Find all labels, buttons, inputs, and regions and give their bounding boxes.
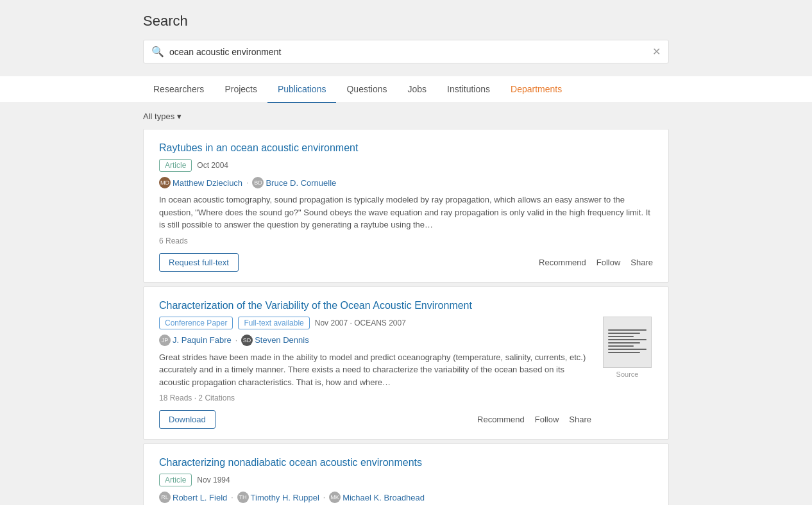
abstract-text: Great strides have been made in the abil… xyxy=(159,351,591,389)
author-link[interactable]: Steven Dennis xyxy=(255,335,309,345)
result-stats: 18 Reads · 2 Citations xyxy=(159,393,591,402)
tab-jobs[interactable]: Jobs xyxy=(398,76,437,103)
action-share[interactable]: Share xyxy=(569,415,591,424)
result-thumbnail: Source xyxy=(602,317,653,429)
card-main: ArticleOct 2004 MD Matthew Dzieciuch · B… xyxy=(159,159,653,272)
author-link[interactable]: Bruce D. Cornuelle xyxy=(266,178,336,188)
search-icon: 🔍 xyxy=(151,46,164,58)
author-separator: · xyxy=(246,178,248,187)
author-item: MD Matthew Dzieciuch xyxy=(159,177,242,188)
result-date: Nov 1994 xyxy=(197,476,230,484)
result-date: Oct 2004 xyxy=(197,161,228,170)
action-share[interactable]: Share xyxy=(630,258,653,267)
author-link[interactable]: Robert L. Field xyxy=(173,493,227,502)
author-avatar: MD xyxy=(159,177,171,188)
author-link[interactable]: Timothy H. Ruppel xyxy=(251,493,319,502)
result-title[interactable]: Raytubes in an ocean acoustic environmen… xyxy=(159,142,358,154)
search-bar: 🔍 ✕ xyxy=(143,40,669,63)
tabs-nav: ResearchersProjectsPublicationsQuestions… xyxy=(0,76,812,103)
authors-row: RL Robert L. Field · TH Timothy H. Ruppe… xyxy=(159,492,653,503)
author-separator: · xyxy=(323,493,325,502)
actions-row: Request full-text RecommendFollowShare xyxy=(159,253,653,272)
actions-row: Download RecommendFollowShare xyxy=(159,410,591,429)
author-avatar: BD xyxy=(252,177,264,188)
author-link[interactable]: Michael K. Broadhead xyxy=(343,493,425,502)
search-bar-wrapper: 🔍 ✕ xyxy=(143,40,669,63)
action-links: RecommendFollowShare xyxy=(539,258,653,267)
author-avatar: TH xyxy=(237,492,249,503)
author-avatar: RL xyxy=(159,492,171,503)
author-item: RL Robert L. Field xyxy=(159,492,227,503)
badges-row: ArticleOct 2004 xyxy=(159,159,653,172)
card-main: Conference PaperFull-text availableNov 2… xyxy=(159,317,591,429)
action-recommend[interactable]: Recommend xyxy=(539,258,586,267)
filter-row: All types ▾ xyxy=(130,103,682,129)
author-separator: · xyxy=(235,336,237,345)
primary-action-button[interactable]: Download xyxy=(159,410,216,429)
page-title: Search xyxy=(143,13,669,29)
author-item: JP J. Paquin Fabre xyxy=(159,335,232,346)
tab-institutions[interactable]: Institutions xyxy=(437,76,500,103)
author-avatar: SD xyxy=(241,335,253,346)
author-item: SD Steven Dennis xyxy=(241,335,309,346)
clear-search-icon[interactable]: ✕ xyxy=(652,46,661,58)
card-content: Conference PaperFull-text availableNov 2… xyxy=(159,317,653,429)
card-content: ArticleOct 2004 MD Matthew Dzieciuch · B… xyxy=(159,159,653,272)
author-item: BD Bruce D. Cornuelle xyxy=(252,177,336,188)
result-date: Nov 2007 · OCEANS 2007 xyxy=(315,319,406,327)
abstract-text: In ocean acoustic tomography, sound prop… xyxy=(159,194,653,231)
result-title[interactable]: Characterizing nonadiabatic ocean acoust… xyxy=(159,457,422,468)
action-follow[interactable]: Follow xyxy=(535,415,559,424)
tab-questions[interactable]: Questions xyxy=(336,76,397,103)
author-separator: · xyxy=(231,493,233,502)
card-main: ArticleNov 1994 RL Robert L. Field · TH … xyxy=(159,474,653,505)
tab-projects[interactable]: Projects xyxy=(214,76,267,103)
result-stats: 6 Reads xyxy=(159,236,653,245)
result-card: Raytubes in an ocean acoustic environmen… xyxy=(143,129,669,283)
tab-publications[interactable]: Publications xyxy=(267,76,337,103)
badges-row: Conference PaperFull-text availableNov 2… xyxy=(159,317,591,329)
result-title[interactable]: Characterization of the Variability of t… xyxy=(159,300,472,311)
authors-row: MD Matthew Dzieciuch · BD Bruce D. Cornu… xyxy=(159,177,653,188)
tabs-nav-inner: ResearchersProjectsPublicationsQuestions… xyxy=(130,76,682,103)
author-item: MK Michael K. Broadhead xyxy=(329,492,425,503)
result-card: Characterizing nonadiabatic ocean acoust… xyxy=(143,443,669,505)
action-links: RecommendFollowShare xyxy=(477,415,591,424)
thumbnail-image xyxy=(603,317,652,368)
badges-row: ArticleNov 1994 xyxy=(159,474,653,486)
authors-row: JP J. Paquin Fabre · SD Steven Dennis xyxy=(159,335,591,346)
author-item: TH Timothy H. Ruppel xyxy=(237,492,319,503)
author-link[interactable]: J. Paquin Fabre xyxy=(173,335,232,345)
card-content: ArticleNov 1994 RL Robert L. Field · TH … xyxy=(159,474,653,505)
author-link[interactable]: Matthew Dzieciuch xyxy=(173,178,242,188)
badge-type: Article xyxy=(159,474,192,486)
badge-fulltext: Full-text available xyxy=(238,317,309,329)
primary-action-button[interactable]: Request full-text xyxy=(159,253,239,272)
search-input[interactable] xyxy=(169,47,647,57)
all-types-filter[interactable]: All types ▾ xyxy=(143,112,182,121)
tab-departments[interactable]: Departments xyxy=(500,76,572,103)
action-follow[interactable]: Follow xyxy=(596,258,621,267)
result-card: Characterization of the Variability of t… xyxy=(143,286,669,440)
author-avatar: MK xyxy=(329,492,341,503)
action-recommend[interactable]: Recommend xyxy=(477,415,525,424)
badge-type: Conference Paper xyxy=(159,317,233,329)
thumbnail-source-label: Source xyxy=(616,370,639,378)
author-avatar: JP xyxy=(159,335,171,346)
tab-researchers[interactable]: Researchers xyxy=(143,76,214,103)
badge-type: Article xyxy=(159,159,192,172)
results-container: Raytubes in an ocean acoustic environmen… xyxy=(130,129,682,505)
